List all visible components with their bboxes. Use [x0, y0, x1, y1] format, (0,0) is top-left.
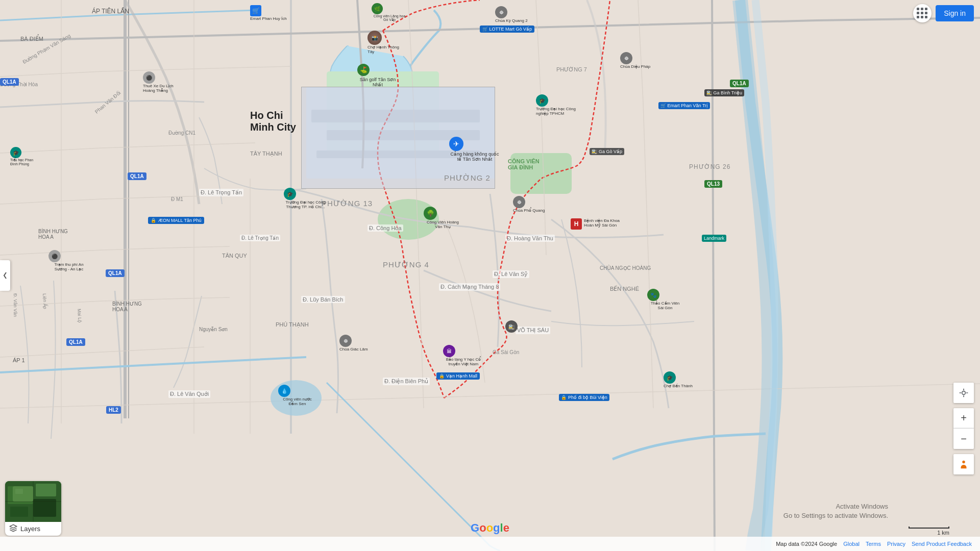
- apps-button[interactable]: [913, 4, 932, 22]
- scale-bar: 1 km: [909, 527, 949, 536]
- svg-rect-4: [327, 130, 480, 140]
- road-ql13: QL13: [704, 179, 722, 188]
- privacy-link[interactable]: Privacy: [887, 541, 905, 547]
- sign-in-button[interactable]: Sign in: [936, 5, 974, 21]
- road-ql1a-right: QL1A: [730, 78, 749, 87]
- layers-label-row: Layers: [5, 522, 61, 536]
- svg-point-8: [271, 380, 322, 416]
- location-button[interactable]: [953, 383, 974, 403]
- svg-marker-19: [10, 524, 16, 528]
- map-data-text: Map data ©2024 Google: [776, 541, 837, 547]
- sidebar-toggle-button[interactable]: [0, 260, 10, 291]
- top-bar: Sign in: [907, 0, 980, 27]
- layers-icon: [9, 524, 17, 534]
- road-ql1a-3: QL1A: [66, 337, 85, 346]
- svg-point-9: [962, 391, 966, 395]
- map-container[interactable]: Ho ChiMinh City PHƯỜNG 2 PHƯỜNG 4 PHƯỜNG…: [0, 0, 980, 551]
- layers-button[interactable]: Layers: [5, 481, 61, 536]
- zoom-in-button[interactable]: +: [953, 408, 974, 429]
- road-ql1a-2: QL1A: [106, 268, 125, 277]
- svg-rect-13: [36, 484, 56, 496]
- road-ql1a-top: QL1A: [0, 77, 19, 86]
- layers-label-text: Layers: [20, 525, 40, 533]
- svg-rect-0: [0, 0, 980, 551]
- svg-point-10: [962, 461, 965, 464]
- layers-thumbnail: [5, 481, 61, 522]
- google-logo: G o o g l e: [471, 521, 509, 535]
- send-feedback-link[interactable]: Send Product Feedback: [912, 541, 972, 547]
- global-link[interactable]: Global: [843, 541, 860, 547]
- scale-line: [909, 527, 949, 529]
- road-ql1a-1: QL1A: [128, 171, 146, 180]
- apps-grid: [917, 8, 928, 19]
- svg-rect-7: [510, 153, 572, 194]
- svg-rect-14: [10, 507, 28, 517]
- road-hl2: HL2: [106, 405, 121, 414]
- zoom-controls: + −: [953, 408, 974, 449]
- map-background: [0, 0, 980, 551]
- svg-rect-16: [15, 489, 23, 494]
- street-view-button[interactable]: [953, 454, 974, 474]
- svg-rect-3: [311, 110, 480, 122]
- scale-label: 1 km: [937, 530, 949, 536]
- zoom-out-button[interactable]: −: [953, 429, 974, 449]
- bottom-bar: Map data ©2024 Google Global Terms Priva…: [0, 537, 980, 551]
- terms-link[interactable]: Terms: [866, 541, 881, 547]
- road-dm1: Đ M1: [171, 194, 183, 203]
- svg-rect-5: [316, 151, 480, 158]
